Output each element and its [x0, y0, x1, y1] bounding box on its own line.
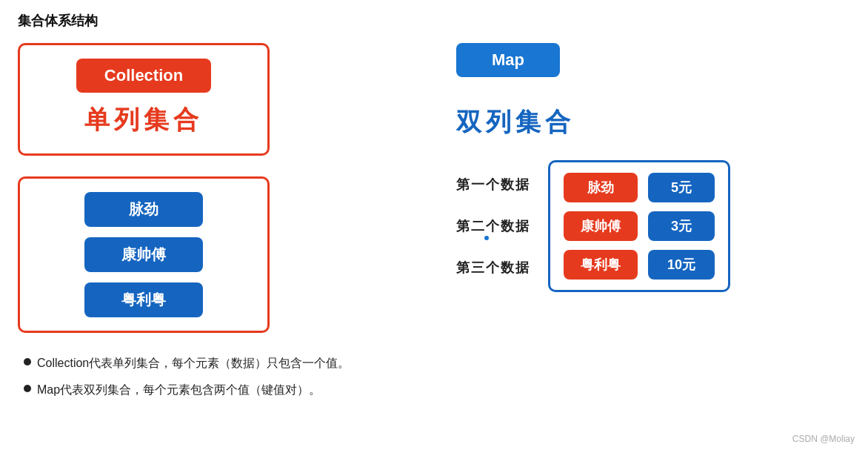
center-dot	[484, 236, 489, 240]
items-box: 脉劲 康帅傅 粤利粤	[18, 176, 270, 333]
watermark: CSDN @Moliay	[792, 434, 855, 444]
map-item-row-1: 康帅傅 3元	[564, 211, 715, 241]
map-item-row-0: 脉劲 5元	[564, 173, 715, 202]
double-collection-label: 双列集合	[456, 105, 575, 139]
item-button-1: 康帅傅	[84, 237, 203, 272]
bullets-section: Collection代表单列集合，每个元素（数据）只包含一个值。 Map代表双列…	[18, 354, 850, 399]
map-val-2: 10元	[648, 250, 715, 280]
collection-button: Collection	[76, 59, 211, 93]
map-items-box: 脉劲 5元 康帅傅 3元 粤利粤 10元	[548, 160, 730, 292]
item-button-0: 脉劲	[84, 192, 203, 227]
right-section: Map 双列集合 第一个数据 第二个数据 第三个数据 脉劲 5元 康帅傅 3元	[412, 43, 850, 333]
map-key-2: 粤利粤	[564, 250, 638, 280]
map-key-1: 康帅傅	[564, 211, 638, 241]
map-table-section: 第一个数据 第二个数据 第三个数据 脉劲 5元 康帅傅 3元 粤利粤 10元	[456, 160, 850, 292]
map-val-1: 3元	[648, 211, 715, 241]
bullet-item-1: Map代表双列集合，每个元素包含两个值（键值对）。	[24, 380, 850, 400]
item-button-2: 粤利粤	[84, 282, 203, 317]
map-label-row-2: 第三个数据	[456, 247, 530, 288]
collection-box: Collection 单列集合	[18, 43, 270, 156]
bullet-dot-1	[24, 385, 31, 392]
bullet-text-1: Map代表双列集合，每个元素包含两个值（键值对）。	[37, 380, 321, 400]
bullet-item-0: Collection代表单列集合，每个元素（数据）只包含一个值。	[24, 354, 850, 373]
map-label-row-0: 第一个数据	[456, 164, 530, 205]
map-labels: 第一个数据 第二个数据 第三个数据	[456, 164, 530, 288]
map-label-row-1: 第二个数据	[456, 205, 530, 247]
map-item-row-2: 粤利粤 10元	[564, 250, 715, 280]
page-title: 集合体系结构	[18, 12, 850, 30]
left-section: Collection 单列集合 脉劲 康帅傅 粤利粤	[18, 43, 412, 333]
map-key-0: 脉劲	[564, 173, 638, 202]
bullet-dot-0	[24, 358, 31, 366]
single-collection-label: 单列集合	[84, 103, 203, 137]
map-val-0: 5元	[648, 173, 715, 202]
bullet-text-0: Collection代表单列集合，每个元素（数据）只包含一个值。	[37, 354, 350, 373]
map-button: Map	[456, 43, 560, 77]
